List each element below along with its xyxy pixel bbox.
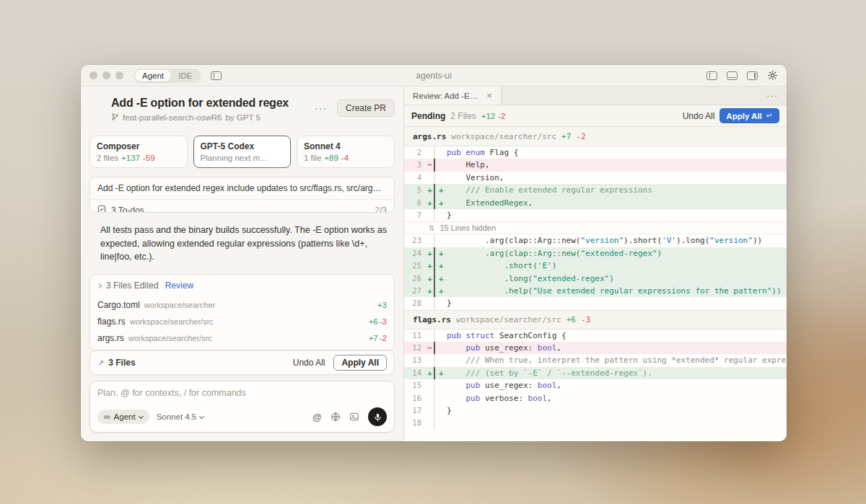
review-status: Pending — [411, 111, 445, 121]
line-number: 27 — [404, 285, 426, 297]
files-edited-list: Cargo.tomlworkspace/searcher+3flags.rswo… — [90, 296, 394, 346]
agent-card-sonnet-4[interactable]: Sonnet 41 file+89-4 — [297, 136, 395, 168]
tab-bar: Review: Add -E… × ··· — [404, 87, 787, 105]
line-number: 18 — [404, 417, 426, 429]
globe-icon[interactable] — [331, 412, 341, 422]
desktop-background: Agent IDE agents-ui Add -E option for ex… — [0, 0, 866, 504]
model-dropdown[interactable]: Sonnet 4.5 — [157, 412, 204, 421]
line-number: 6 — [404, 197, 426, 209]
files-edited-header[interactable]: 3 Files Edited Review — [90, 275, 394, 296]
checklist-icon — [97, 205, 106, 213]
panel-left-icon[interactable] — [707, 71, 717, 80]
more-options-button[interactable]: ··· — [315, 102, 327, 114]
diff-file-header-flags-rs[interactable]: flags.rsworkspace/searcher/src+6-3 — [404, 310, 787, 330]
branch-name: feat-parallel-search-oswR6 — [123, 113, 222, 122]
task-prompt[interactable]: Add -E option for extended regex include… — [90, 177, 394, 200]
image-icon[interactable] — [349, 412, 359, 422]
diff-line: 16 pub verbose: bool, — [404, 392, 787, 404]
review-link[interactable]: Review — [165, 280, 193, 291]
line-number: 7 — [404, 209, 426, 221]
review-undo-all-button[interactable]: Undo All — [683, 111, 715, 121]
diff-line: 7} — [404, 209, 787, 221]
line-number: 5 — [404, 184, 426, 196]
code-text: pub use_regex: bool, — [447, 379, 787, 392]
agent-header: Add -E option for extended regex feat-pa… — [89, 97, 395, 123]
review-header: Pending 2 Files +12 -2 Undo All Apply Al… — [404, 105, 787, 127]
diff-line: 4 Version, — [404, 172, 787, 184]
code-text: pub enum Flag { — [447, 146, 787, 159]
expand-diff-icon[interactable]: ↗ — [97, 358, 104, 368]
todos-progress: 2/3 — [375, 205, 387, 213]
review-added-count: +12 — [481, 112, 496, 120]
review-apply-all-button[interactable]: Apply All ↵ — [720, 108, 779, 123]
diff-line: 24++ .arg(clap::Arg::new("extended-regex… — [404, 247, 787, 260]
apply-all-button[interactable]: Apply All — [333, 355, 387, 371]
diff-line: 23 .arg(clap::Arg::new("version").short(… — [404, 234, 787, 247]
microphone-button[interactable] — [368, 407, 387, 426]
diff-view: args.rsworkspace/searcher/src+7-22pub en… — [404, 127, 787, 441]
code-text: } — [447, 297, 787, 309]
create-pr-button[interactable]: Create PR — [337, 100, 395, 117]
agent-cards: Composer2 files+137-59GPT-5 CodexPlannin… — [89, 136, 395, 168]
code-text: .long("extended-regex") — [447, 273, 787, 285]
diff-file-header-args-rs[interactable]: args.rsworkspace/searcher/src+7-2 — [404, 127, 787, 146]
task-box: Add -E option for extended regex include… — [89, 177, 395, 213]
titlebar: Agent IDE agents-ui — [81, 65, 787, 87]
apply-bar-label: 3 Files — [108, 358, 135, 368]
line-number: 13 — [404, 354, 426, 366]
agent-card-composer[interactable]: Composer2 files+137-59 — [89, 136, 188, 168]
line-number: 16 — [404, 392, 426, 404]
mode-tab-ide[interactable]: IDE — [171, 70, 199, 81]
tab-review[interactable]: Review: Add -E… × — [404, 87, 502, 105]
minimize-window-button[interactable] — [102, 71, 110, 79]
diff-line: 27++ .help("Use extended regular express… — [404, 285, 787, 297]
agent-mode-dropdown[interactable]: ∞ Agent — [97, 410, 149, 424]
todos-row[interactable]: 3 To-dos 2/3 — [90, 200, 394, 213]
diff-line: 3− Help, — [404, 159, 787, 171]
line-number: 4 — [404, 172, 426, 184]
titlebar-actions — [707, 70, 778, 81]
tab-overflow-button[interactable]: ··· — [766, 90, 787, 101]
files-edited-panel: 3 Files Edited Review Cargo.tomlworkspac… — [89, 274, 395, 350]
line-number: 28 — [404, 297, 426, 309]
diff-line: 18 — [404, 417, 787, 429]
diff-line: 28} — [404, 297, 787, 309]
tab-close-icon[interactable]: × — [486, 90, 492, 101]
line-number: 3 — [404, 159, 426, 171]
code-text: } — [447, 404, 787, 417]
code-text: pub struct SearchConfig { — [447, 330, 787, 342]
code-text: pub verbose: bool, — [447, 392, 787, 404]
file-row-args-rs[interactable]: args.rsworkspace/searcher/src+7-2 — [90, 330, 394, 346]
diff-line: 2pub enum Flag { — [404, 146, 787, 159]
file-row-flags-rs[interactable]: flags.rsworkspace/searcher/src+6-3 — [90, 313, 394, 330]
file-row-cargo-toml[interactable]: Cargo.tomlworkspace/searcher+3 — [90, 296, 394, 313]
mode-tab-agent[interactable]: Agent — [135, 70, 171, 81]
todos-label: 3 To-dos — [111, 205, 144, 213]
bottom-panel-icon[interactable] — [727, 71, 738, 80]
code-text: Version, — [447, 172, 787, 184]
chevron-down-icon — [199, 413, 204, 418]
left-sidebar-toggle-icon[interactable] — [211, 71, 222, 80]
mention-icon[interactable]: @ — [312, 412, 322, 423]
line-number: 14 — [404, 367, 426, 379]
close-window-button[interactable] — [89, 71, 97, 79]
diff-line: 17} — [404, 404, 787, 417]
line-number: 23 — [404, 234, 426, 247]
page-title: Add -E option for extended regex — [111, 97, 289, 110]
line-number: 17 — [404, 404, 426, 417]
window-controls — [89, 71, 123, 79]
undo-all-button[interactable]: Undo All — [293, 358, 325, 368]
zoom-window-button[interactable] — [115, 71, 123, 79]
hidden-lines-expander[interactable]: ⇅15 Lines hidden — [404, 221, 787, 234]
review-removed-count: -2 — [498, 112, 505, 120]
code-text: .short('E') — [447, 260, 787, 272]
agent-card-gpt-5-codex[interactable]: GPT-5 CodexPlanning next m… — [193, 136, 291, 168]
settings-gear-icon[interactable] — [767, 70, 778, 81]
code-text: /// (set by `-E` / `--extended-regex`). — [447, 367, 787, 379]
composer-input[interactable]: Plan, @ for contexts, / for commands — [97, 388, 387, 398]
review-panel: Review: Add -E… × ··· Pending 2 Files +1… — [404, 87, 787, 441]
agent-summary: All tests pass and the binary builds suc… — [100, 224, 389, 264]
panel-right-icon[interactable] — [747, 71, 758, 80]
code-text: /// Enable extended regular expressions — [447, 184, 787, 196]
hidden-lines-label: 15 Lines hidden — [439, 224, 496, 232]
